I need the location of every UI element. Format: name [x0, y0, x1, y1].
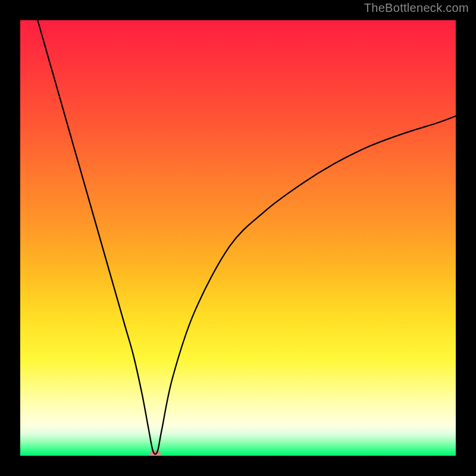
- plot-area: [20, 20, 456, 456]
- chart-frame: TheBottleneck.com: [0, 0, 476, 476]
- bottleneck-curve: [20, 20, 456, 456]
- watermark-text: TheBottleneck.com: [364, 1, 469, 15]
